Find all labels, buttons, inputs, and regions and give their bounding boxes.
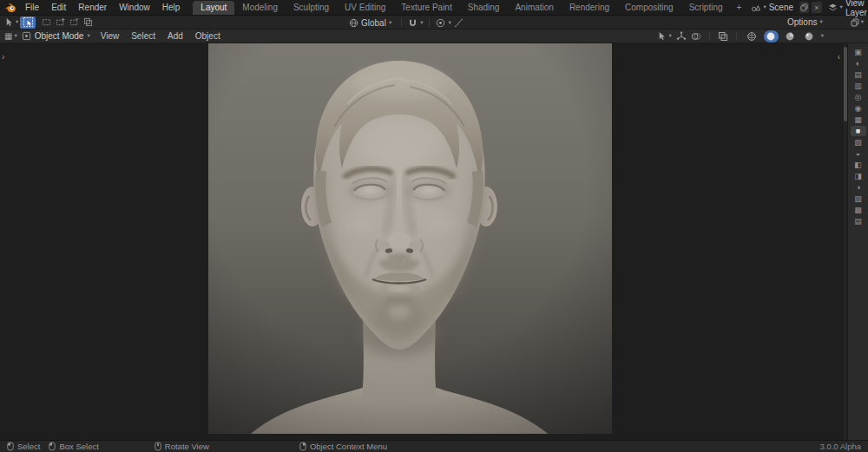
- middle-mouse-icon: [155, 442, 161, 451]
- transform-orientation-label: Global: [361, 18, 386, 28]
- viewport-menu-select[interactable]: Select: [125, 30, 161, 42]
- chevron-down-icon: ▾: [819, 19, 822, 25]
- tool-settings-bar: ▾ Global ▾ ▾ ▾ Options ▾: [0, 16, 868, 29]
- view-layer-selector[interactable]: ▾ View Layer: [825, 0, 868, 18]
- editor-type-dropdown[interactable]: ▦▾: [4, 31, 17, 41]
- gizmos-toggle-button[interactable]: [676, 31, 687, 42]
- proportional-editing-button[interactable]: [436, 18, 445, 28]
- toolbar-expand-arrow[interactable]: ›: [2, 52, 4, 62]
- workspace-tab-rendering[interactable]: Rendering: [562, 1, 617, 15]
- divider: [429, 18, 430, 27]
- properties-tab-constraints-icon[interactable]: ◨: [851, 171, 866, 181]
- status-box-select-hint: Box Select: [49, 442, 98, 451]
- snapping-cluster: Global ▾ ▾ ▾: [345, 16, 464, 29]
- topbar: File Edit Render Window Help Layout Mode…: [0, 0, 868, 16]
- workspace-tab-scripting[interactable]: Scripting: [681, 1, 731, 15]
- viewport-3d[interactable]: ›: [0, 43, 847, 440]
- menu-window[interactable]: Window: [113, 1, 156, 14]
- xray-toggle-button[interactable]: [718, 31, 728, 42]
- workspace-tab-layout[interactable]: Layout: [193, 1, 234, 15]
- viewport-menu-view[interactable]: View: [95, 30, 126, 42]
- mode-dropdown[interactable]: Object Mode ▾: [17, 30, 95, 42]
- sculpted-head-model[interactable]: [208, 43, 612, 434]
- properties-tab-particles-icon[interactable]: ◒: [851, 148, 866, 159]
- new-scene-button[interactable]: [799, 2, 809, 13]
- status-rotate-view-label: Rotate View: [165, 442, 209, 451]
- scene-selector[interactable]: ▾ Scene: [747, 2, 797, 13]
- properties-tab-material-icon[interactable]: ▨: [851, 193, 866, 204]
- status-bar: Select Box Select Rotate View Object Con…: [0, 440, 868, 452]
- active-tool-dropdown[interactable]: ▾: [4, 17, 18, 27]
- menu-render[interactable]: Render: [72, 1, 113, 14]
- scene-selector-label: Scene: [769, 3, 793, 12]
- workspace-tabs: Layout Modeling Sculpting UV Editing Tex…: [193, 0, 747, 15]
- workspace-tab-modeling[interactable]: Modeling: [234, 1, 286, 15]
- properties-tab-strip: ▣ ◐ ▤ ▥ ◎ ◉ ▦ ■ ▧ ◒ ◧ ◨ ◑ ▨ ▩ ▤: [847, 43, 868, 440]
- properties-tab-texture-icon[interactable]: ▩: [851, 205, 866, 215]
- properties-tab-world-icon[interactable]: ◉: [851, 103, 866, 114]
- divider: [401, 18, 402, 27]
- menu-file[interactable]: File: [19, 1, 45, 14]
- transform-orientation-dropdown[interactable]: Global ▾: [345, 17, 395, 29]
- divider: [736, 32, 737, 41]
- status-rotate-view-hint: Rotate View: [155, 442, 209, 451]
- mode-label: Object Mode: [35, 31, 84, 41]
- proportional-options-chevron[interactable]: ▾: [448, 20, 450, 26]
- select-extend-mode-button[interactable]: [53, 16, 67, 29]
- shading-options-chevron[interactable]: ▾: [821, 33, 824, 39]
- camera-view[interactable]: [208, 43, 612, 434]
- workspace-tab-sculpting[interactable]: Sculpting: [286, 1, 337, 15]
- workspace-tab-compositing[interactable]: Compositing: [617, 1, 681, 15]
- shading-material-button[interactable]: [783, 30, 798, 43]
- workspace-tab-animation[interactable]: Animation: [507, 1, 561, 15]
- properties-tab-collection-icon[interactable]: ▦: [851, 115, 866, 125]
- menu-edit[interactable]: Edit: [45, 1, 72, 14]
- view-layer-icon: [828, 3, 838, 12]
- select-subtract-mode-button[interactable]: [67, 16, 81, 29]
- blender-logo-icon[interactable]: [4, 2, 16, 13]
- select-intersect-mode-button[interactable]: [81, 16, 95, 29]
- shading-rendered-button[interactable]: [802, 30, 817, 43]
- properties-tab-scene-icon[interactable]: ◎: [851, 92, 866, 102]
- shading-wireframe-button[interactable]: [745, 30, 760, 43]
- left-mouse-drag-icon: [49, 442, 56, 451]
- properties-tab-physics-icon[interactable]: ◧: [851, 160, 866, 170]
- workspace-tab-texture-paint[interactable]: Texture Paint: [393, 1, 459, 15]
- workspace-tab-uv-editing[interactable]: UV Editing: [337, 1, 393, 15]
- editor-duplicate-icon[interactable]: ▾: [851, 18, 864, 27]
- menu-help[interactable]: Help: [156, 1, 187, 14]
- status-context-menu-label: Object Context Menu: [310, 442, 387, 451]
- delete-scene-button[interactable]: ×: [812, 2, 821, 13]
- viewport-menu-object[interactable]: Object: [189, 30, 227, 42]
- add-workspace-button[interactable]: +: [731, 1, 748, 15]
- properties-tab-object-icon[interactable]: ■: [851, 126, 866, 136]
- properties-tab-output-icon[interactable]: ▤: [851, 69, 866, 80]
- properties-tab-render-icon[interactable]: ◐: [851, 58, 866, 69]
- sidebar-expand-arrow[interactable]: ‹: [838, 52, 840, 62]
- topbar-right-cluster: ▾ Scene × ▾ View Layer ×: [747, 0, 868, 18]
- right-mouse-icon: [299, 442, 306, 451]
- falloff-curve-icon[interactable]: [454, 18, 464, 28]
- properties-tab-modifiers-icon[interactable]: ▧: [851, 137, 866, 147]
- properties-tab-extra-icon[interactable]: ▤: [851, 216, 866, 226]
- snap-options-chevron[interactable]: ▾: [420, 20, 423, 26]
- properties-tab-tool-icon[interactable]: ▣: [851, 47, 866, 57]
- options-label: Options: [787, 17, 817, 27]
- chevron-down-icon: ▾: [763, 4, 766, 10]
- tool-settings-right: Options ▾ ▾: [784, 16, 864, 28]
- shading-solid-button[interactable]: [764, 30, 779, 43]
- object-type-visibility-dropdown[interactable]: ▾: [657, 31, 671, 41]
- chevron-down-icon: ▾: [668, 33, 671, 39]
- left-mouse-icon: [7, 442, 14, 451]
- properties-tab-object-data-icon[interactable]: ◑: [851, 182, 866, 193]
- properties-tab-view-layer-icon[interactable]: ▥: [851, 81, 866, 91]
- status-select-label: Select: [17, 442, 40, 451]
- snap-toggle-button[interactable]: [408, 18, 418, 28]
- viewport-menu-add[interactable]: Add: [161, 30, 189, 42]
- chevron-down-icon: ▾: [87, 33, 89, 39]
- overlays-toggle-button[interactable]: [691, 31, 701, 42]
- select-set-mode-button[interactable]: [39, 16, 53, 29]
- box-select-tool-button[interactable]: [20, 16, 36, 29]
- workspace-tab-shading[interactable]: Shading: [460, 1, 508, 15]
- options-dropdown[interactable]: Options ▾: [784, 16, 826, 28]
